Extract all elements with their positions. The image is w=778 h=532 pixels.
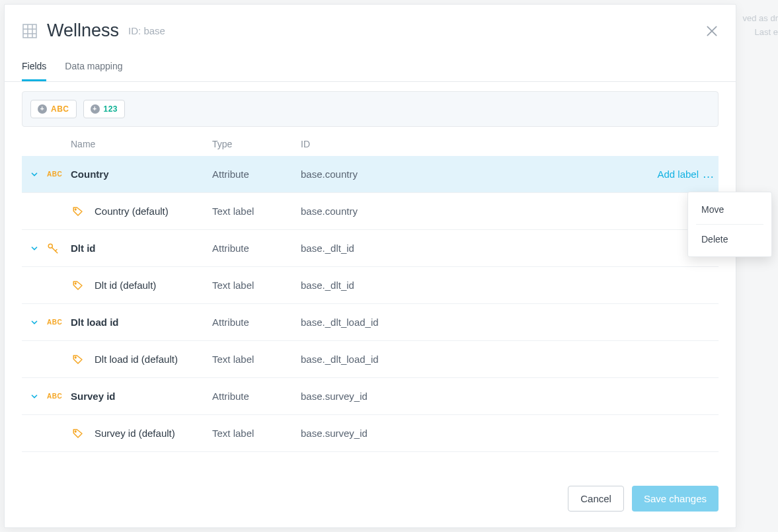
chevron-down-icon[interactable] [30,392,39,401]
field-name: Dlt id [71,243,212,254]
field-type: Attribute [212,243,301,254]
field-name: Survey id [71,391,212,402]
tag-icon [72,206,84,217]
table-row[interactable]: Dlt id Attribute base._dlt_id [22,230,719,267]
field-name: Country [71,169,212,180]
dataset-grid-icon [22,23,38,39]
field-id: base.country [301,206,619,217]
add-label-link[interactable]: Add label [657,169,699,180]
background-status-line2: Last e [743,26,778,40]
chevron-down-icon[interactable] [30,244,39,253]
field-id: base.survey_id [301,428,619,439]
field-id: base._dlt_id [301,243,619,254]
field-type: Text label [212,280,301,291]
add-numeric-attribute-button[interactable]: + 123 [83,100,126,118]
background-status: ved as dr Last e [743,12,778,40]
plus-icon: + [91,104,100,114]
field-id: base.survey_id [301,391,619,402]
field-id: base._dlt_load_id [301,317,619,328]
field-name: Dlt id (default) [95,280,212,291]
abc-icon: ABC [47,319,62,326]
table-row[interactable]: ABC Survey id Attribute base.survey_id [22,378,719,415]
key-icon [47,243,59,254]
table-header-row: Name Type ID [22,127,719,156]
svg-point-13 [75,431,76,432]
menu-item-delete[interactable]: Delete [688,226,771,252]
add-abc-attribute-button[interactable]: + ABC [30,100,77,118]
row-context-menu: Move Delete [687,192,772,257]
field-type: Attribute [212,391,301,402]
column-header-name: Name [71,139,212,149]
column-header-id: ID [301,139,619,149]
cancel-button[interactable]: Cancel [568,486,624,512]
modal-id-label: ID: base [128,25,165,36]
svg-line-10 [56,249,57,250]
add-abc-label: ABC [51,104,69,114]
abc-icon: ABC [47,171,62,178]
svg-point-7 [75,209,76,210]
table-row[interactable]: Dlt id (default) Text label base._dlt_id [22,267,719,304]
abc-icon: ABC [47,393,62,400]
field-id: base._dlt_id [301,280,619,291]
background-status-line1: ved as dr [743,12,778,26]
tab-bar: Fields Data mapping [5,54,736,82]
tag-icon [72,280,84,291]
field-name: Dlt load id (default) [95,354,212,365]
dataset-modal: Wellness ID: base Fields Data mapping + … [4,4,736,528]
tab-data-mapping[interactable]: Data mapping [65,54,122,81]
field-type: Attribute [212,169,301,180]
table-row[interactable]: ABC Dlt load id Attribute base._dlt_load… [22,304,719,341]
svg-rect-0 [23,24,36,38]
field-type: Attribute [212,317,301,328]
menu-divider [696,224,763,225]
modal-title: Wellness [47,20,119,41]
field-type: Text label [212,354,301,365]
chevron-down-icon[interactable] [30,170,39,179]
svg-point-12 [75,357,76,358]
table-row[interactable]: Survey id (default) Text label base.surv… [22,415,719,452]
field-name: Dlt load id [71,317,212,328]
save-changes-button[interactable]: Save changes [632,486,719,512]
fields-table: Name Type ID ABC Country Attribute base.… [22,127,719,452]
table-row[interactable]: Dlt load id (default) Text label base._d… [22,341,719,378]
modal-header: Wellness ID: base [5,5,736,46]
field-id: base._dlt_load_id [301,354,619,365]
more-actions-icon[interactable]: … [703,167,715,180]
tag-icon [72,354,84,365]
add-num-label: 123 [104,104,118,114]
table-row[interactable]: ABC Country Attribute base.country Add l… [22,156,719,193]
plus-icon: + [38,104,47,114]
chevron-down-icon[interactable] [30,318,39,327]
svg-point-11 [75,283,76,284]
menu-item-move[interactable]: Move [688,196,771,223]
field-name: Country (default) [95,206,212,217]
close-icon[interactable] [705,24,719,38]
tag-icon [72,428,84,439]
table-row[interactable]: Country (default) Text label base.countr… [22,193,719,230]
tab-fields[interactable]: Fields [22,54,46,81]
column-header-type: Type [212,139,301,149]
modal-footer: Cancel Save changes [5,473,736,527]
fields-toolbar: + ABC + 123 [22,91,719,127]
field-id: base.country [301,169,619,180]
field-type: Text label [212,206,301,217]
field-name: Survey id (default) [95,428,212,439]
field-type: Text label [212,428,301,439]
